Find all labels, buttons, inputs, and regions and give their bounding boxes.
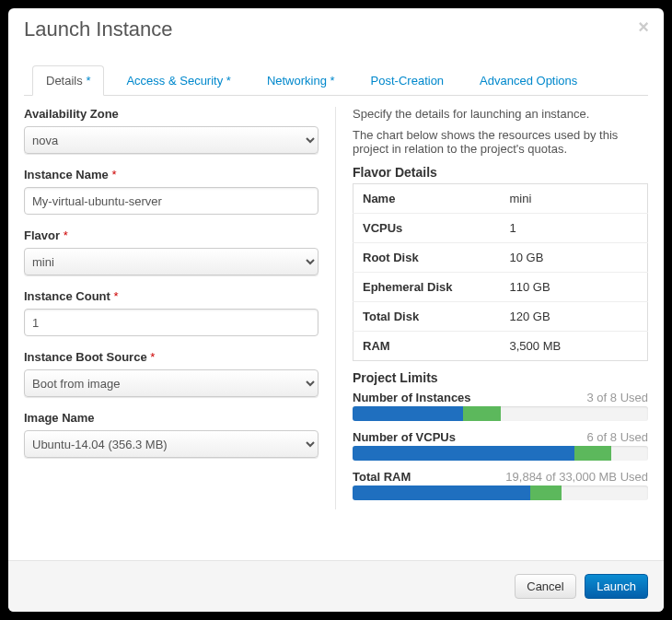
tab-label: Advanced Options <box>480 74 577 88</box>
table-row: Root Disk10 GB <box>353 243 648 273</box>
limit-value: 3 of 8 Used <box>587 391 649 404</box>
limit-header: Number of VCPUs 6 of 8 Used <box>353 430 648 444</box>
table-row: VCPUs1 <box>353 214 648 243</box>
limit-bar <box>353 485 648 500</box>
help-text-2: The chart below shows the resources used… <box>353 128 648 156</box>
field-flavor: Flavor * mini <box>24 228 319 275</box>
limit-header: Total RAM 19,884 of 33,000 MB Used <box>353 470 648 484</box>
limit-vcpus: Number of VCPUs 6 of 8 Used <box>353 430 648 461</box>
dialog-title: Launch Instance <box>24 18 172 41</box>
required-mark: * <box>111 168 116 181</box>
tab-post-creation[interactable]: Post-Creation <box>357 65 458 95</box>
tab-label: Details <box>46 74 83 88</box>
limit-label: Number of VCPUs <box>353 430 456 444</box>
flavor-name-key: Name <box>353 184 501 214</box>
dialog-header: Launch Instance × <box>8 8 664 53</box>
table-row: Namemini <box>353 184 648 214</box>
tab-access-security[interactable]: Access & Security * <box>112 65 244 95</box>
label-text: Instance Boot Source <box>24 350 147 364</box>
label-instance-name: Instance Name * <box>24 168 319 181</box>
field-availability-zone: Availability Zone nova <box>24 107 319 154</box>
tab-advanced-options[interactable]: Advanced Options <box>466 65 591 95</box>
bar-new-segment <box>463 406 500 421</box>
input-instance-count[interactable] <box>24 309 319 336</box>
bar-used-segment <box>353 406 463 421</box>
dialog-body: Availability Zone nova Instance Name * F… <box>24 107 648 509</box>
bar-used-segment <box>353 446 574 461</box>
field-image-name: Image Name Ubuntu-14.04 (356.3 MB) <box>24 411 319 458</box>
select-availability-zone[interactable]: nova <box>24 126 319 154</box>
required-mark: * <box>330 74 335 88</box>
flavor-details-title: Flavor Details <box>353 165 648 180</box>
tab-label: Post-Creation <box>371 74 444 88</box>
limit-label: Total RAM <box>353 470 411 484</box>
label-text: Instance Name <box>24 168 109 181</box>
bar-new-segment <box>530 485 562 500</box>
field-instance-name: Instance Name * <box>24 168 319 215</box>
tab-label: Access & Security <box>126 74 223 88</box>
label-flavor: Flavor * <box>24 228 319 242</box>
launch-button[interactable]: Launch <box>585 574 648 599</box>
dialog-footer: Cancel Launch <box>8 560 664 612</box>
limit-value: 19,884 of 33,000 MB Used <box>505 470 648 484</box>
label-boot-source: Instance Boot Source * <box>24 350 319 364</box>
bar-new-segment <box>574 446 611 461</box>
launch-instance-dialog: Launch Instance × Details * Access & Sec… <box>8 8 664 612</box>
flavor-vcpus-val: 1 <box>501 214 648 243</box>
flavor-eph-val: 110 GB <box>501 273 648 302</box>
close-icon[interactable]: × <box>638 18 649 36</box>
cancel-button[interactable]: Cancel <box>515 574 575 599</box>
flavor-ram-key: RAM <box>353 332 501 361</box>
limit-bar <box>353 406 648 421</box>
tab-details[interactable]: Details * <box>32 65 104 96</box>
table-row: RAM3,500 MB <box>353 332 648 361</box>
label-text: Flavor <box>24 228 60 242</box>
bar-used-segment <box>353 485 530 500</box>
label-instance-count: Instance Count * <box>24 289 319 303</box>
limit-label: Number of Instances <box>353 391 471 404</box>
flavor-name-val: mini <box>501 184 648 214</box>
limit-value: 6 of 8 Used <box>587 430 649 444</box>
flavor-ram-val: 3,500 MB <box>501 332 648 361</box>
limit-bar <box>353 446 648 461</box>
tab-bar: Details * Access & Security * Networking… <box>24 62 648 96</box>
limit-ram: Total RAM 19,884 of 33,000 MB Used <box>353 470 648 500</box>
project-limits-title: Project Limits <box>353 370 648 385</box>
select-flavor[interactable]: mini <box>24 248 319 275</box>
flavor-vcpus-key: VCPUs <box>353 214 501 243</box>
info-column: Specify the details for launching an ins… <box>335 107 648 509</box>
table-row: Total Disk120 GB <box>353 302 648 332</box>
field-boot-source: Instance Boot Source * Boot from image <box>24 350 319 397</box>
limit-instances: Number of Instances 3 of 8 Used <box>353 391 648 421</box>
flavor-details-table: Namemini VCPUs1 Root Disk10 GB Ephemeral… <box>353 183 648 361</box>
tab-networking[interactable]: Networking * <box>253 65 349 95</box>
flavor-root-val: 10 GB <box>501 243 648 273</box>
flavor-eph-key: Ephemeral Disk <box>353 273 501 302</box>
limit-header: Number of Instances 3 of 8 Used <box>353 391 648 404</box>
select-image-name[interactable]: Ubuntu-14.04 (356.3 MB) <box>24 430 319 458</box>
required-mark: * <box>86 74 90 88</box>
select-boot-source[interactable]: Boot from image <box>24 369 319 397</box>
field-instance-count: Instance Count * <box>24 289 319 336</box>
table-row: Ephemeral Disk110 GB <box>353 273 648 302</box>
flavor-total-val: 120 GB <box>501 302 648 332</box>
required-mark: * <box>64 228 68 242</box>
tab-label: Networking <box>267 74 327 88</box>
label-image-name: Image Name <box>24 411 319 425</box>
required-mark: * <box>226 74 231 88</box>
flavor-root-key: Root Disk <box>353 243 501 273</box>
form-column: Availability Zone nova Instance Name * F… <box>24 107 335 509</box>
input-instance-name[interactable] <box>24 187 319 215</box>
label-text: Instance Count <box>24 289 110 303</box>
required-mark: * <box>114 289 119 303</box>
help-text-1: Specify the details for launching an ins… <box>353 107 648 121</box>
label-availability-zone: Availability Zone <box>24 107 319 121</box>
required-mark: * <box>150 350 155 364</box>
flavor-total-key: Total Disk <box>353 302 501 332</box>
